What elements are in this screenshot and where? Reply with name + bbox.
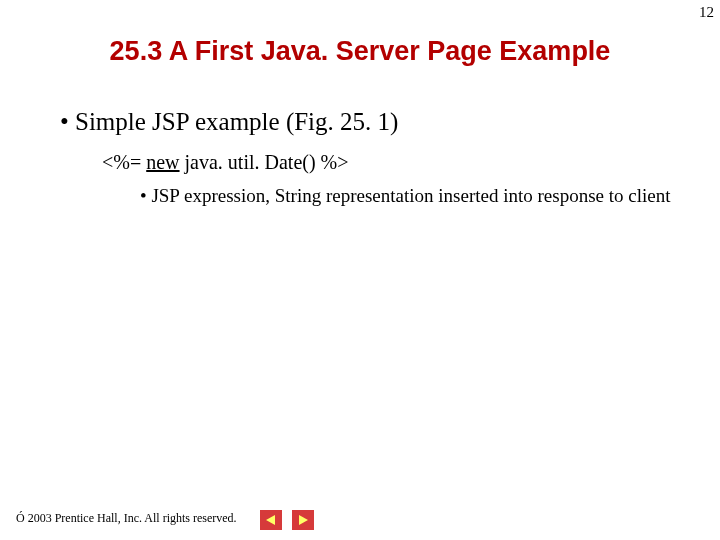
nav-controls [260,510,314,530]
copyright-text: 2003 Prentice Hall, Inc. All rights rese… [25,511,237,525]
page-number: 12 [699,4,714,21]
copyright-symbol: Ó [16,511,25,525]
code-suffix: java. util. Date() %> [180,151,349,173]
triangle-left-icon [265,514,277,526]
copyright-footer: Ó 2003 Prentice Hall, Inc. All rights re… [16,511,237,526]
code-keyword-new: new [146,151,179,173]
bullet-level-2: JSP expression, String representation in… [140,184,680,208]
svg-marker-0 [266,515,275,525]
slide-content: Simple JSP example (Fig. 25. 1) <%= new … [60,106,680,208]
prev-button[interactable] [260,510,282,530]
code-prefix: <%= [102,151,146,173]
next-button[interactable] [292,510,314,530]
svg-marker-1 [299,515,308,525]
triangle-right-icon [297,514,309,526]
code-expression: <%= new java. util. Date() %> [102,151,680,174]
bullet-level-1: Simple JSP example (Fig. 25. 1) [60,106,680,137]
slide-title: 25.3 A First Java. Server Page Example [0,36,720,67]
